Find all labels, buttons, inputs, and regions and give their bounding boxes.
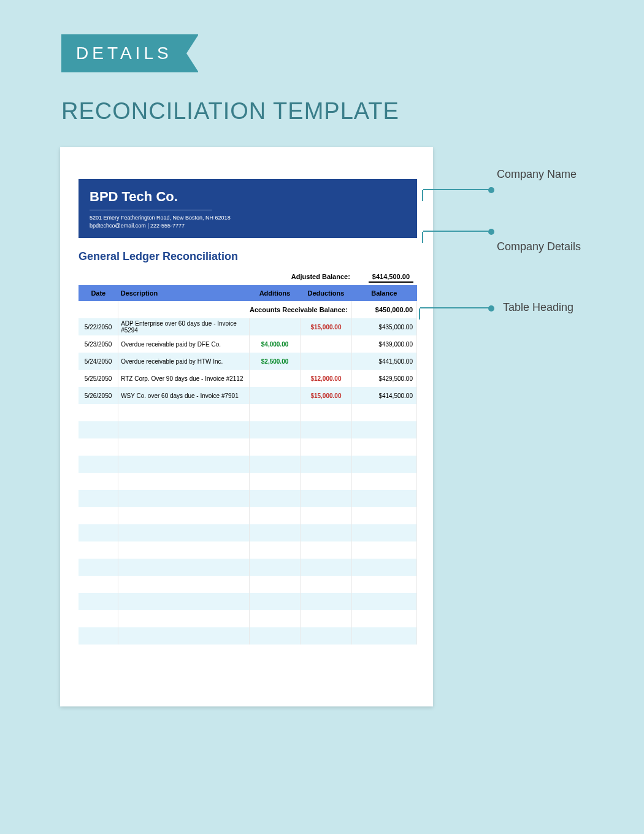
company-header: BPD Tech Co. 5201 Emery Featherington Ro… — [79, 179, 417, 238]
table-row-empty — [79, 524, 417, 541]
ribbon-label: DETAILS — [76, 44, 172, 63]
table-row-empty — [79, 541, 417, 559]
col-additions: Additions — [249, 285, 300, 301]
ledger-table: Date Description Additions Deductions Ba… — [79, 285, 417, 645]
col-balance: Balance — [351, 285, 416, 301]
callout-company-details: Company Details — [497, 240, 581, 253]
cell-additions — [249, 370, 300, 387]
cell-desc: Overdue receivable paid by HTW Inc. — [118, 353, 250, 370]
ar-balance-label: Accounts Receivable Balance: — [118, 301, 352, 318]
lead-company-details — [423, 231, 491, 232]
cell-date: 5/22/2050 — [79, 318, 118, 335]
cell-balance: $441,500.00 — [351, 353, 416, 370]
page-title: RECONCILIATION TEMPLATE — [61, 98, 399, 124]
table-row-empty — [79, 438, 417, 456]
cell-deductions: $12,000.00 — [301, 370, 351, 387]
table-row-empty — [79, 456, 417, 473]
company-address: 5201 Emery Featherington Road, New Bosto… — [90, 214, 406, 222]
cell-balance: $439,000.00 — [351, 335, 416, 353]
cell-balance: $429,500.00 — [351, 370, 416, 387]
cell-date: 5/24/2050 — [79, 353, 118, 370]
cell-deductions: $15,000.00 — [301, 387, 351, 404]
company-name: BPD Tech Co. — [90, 189, 406, 205]
table-row-empty — [79, 593, 417, 610]
cell-balance: $414,500.00 — [351, 387, 416, 404]
adjusted-balance-value: $414,500.00 — [369, 273, 413, 283]
lead-table-heading — [420, 307, 491, 308]
company-contact: bpdtechco@email.com | 222-555-7777 — [90, 222, 406, 230]
cell-date: 5/25/2050 — [79, 370, 118, 387]
table-row: 5/25/2050RTZ Corp. Over 90 days due - In… — [79, 370, 417, 387]
ar-balance-row: Accounts Receivable Balance:$450,000.00 — [79, 301, 417, 318]
table-row-empty — [79, 490, 417, 507]
document-preview: BPD Tech Co. 5201 Emery Featherington Ro… — [60, 147, 433, 706]
cell-date: 5/26/2050 — [79, 387, 118, 404]
cell-additions — [249, 387, 300, 404]
details-ribbon: DETAILS — [61, 34, 198, 72]
ledger-title: General Ledger Reconciliation — [79, 250, 417, 263]
lead-company-name — [423, 189, 491, 190]
col-date: Date — [79, 285, 118, 301]
callout-company-name: Company Name — [497, 168, 577, 181]
cell-additions — [249, 318, 300, 335]
callout-table-heading: Table Heading — [503, 301, 573, 314]
cell-desc: WSY Co. over 60 days due - Invoice #7901 — [118, 387, 250, 404]
table-row-empty — [79, 559, 417, 576]
col-deductions: Deductions — [301, 285, 351, 301]
cell-deductions — [301, 353, 351, 370]
cell-additions: $4,000.00 — [249, 335, 300, 353]
table-row-empty — [79, 421, 417, 438]
table-row: 5/24/2050Overdue receivable paid by HTW … — [79, 353, 417, 370]
table-row-empty — [79, 473, 417, 490]
table-heading-row: Date Description Additions Deductions Ba… — [79, 285, 417, 301]
table-row-empty — [79, 507, 417, 524]
table-row-empty — [79, 404, 417, 421]
cell-deductions: $15,000.00 — [301, 318, 351, 335]
ar-balance-value: $450,000.00 — [351, 301, 416, 318]
cell-date: 5/23/2050 — [79, 335, 118, 353]
cell-desc: RTZ Corp. Over 90 days due - Invoice #21… — [118, 370, 250, 387]
table-row-empty — [79, 576, 417, 593]
table-row: 5/22/2050ADP Enterprise over 60 days due… — [79, 318, 417, 335]
divider — [90, 210, 212, 210]
table-row: 5/26/2050WSY Co. over 60 days due - Invo… — [79, 387, 417, 404]
cell-balance: $435,000.00 — [351, 318, 416, 335]
cell-additions: $2,500.00 — [249, 353, 300, 370]
table-row: 5/23/2050Overdue receivable paid by DFE … — [79, 335, 417, 353]
cell-desc: Overdue receivable paid by DFE Co. — [118, 335, 250, 353]
cell-deductions — [301, 335, 351, 353]
adjusted-balance-label: Adjusted Balance: — [291, 273, 350, 283]
cell-desc: ADP Enterprise over 60 days due - Invoic… — [118, 318, 250, 335]
table-row-empty — [79, 627, 417, 645]
adjusted-balance-row: Adjusted Balance: $414,500.00 — [79, 272, 417, 285]
col-description: Description — [118, 285, 250, 301]
table-row-empty — [79, 610, 417, 627]
